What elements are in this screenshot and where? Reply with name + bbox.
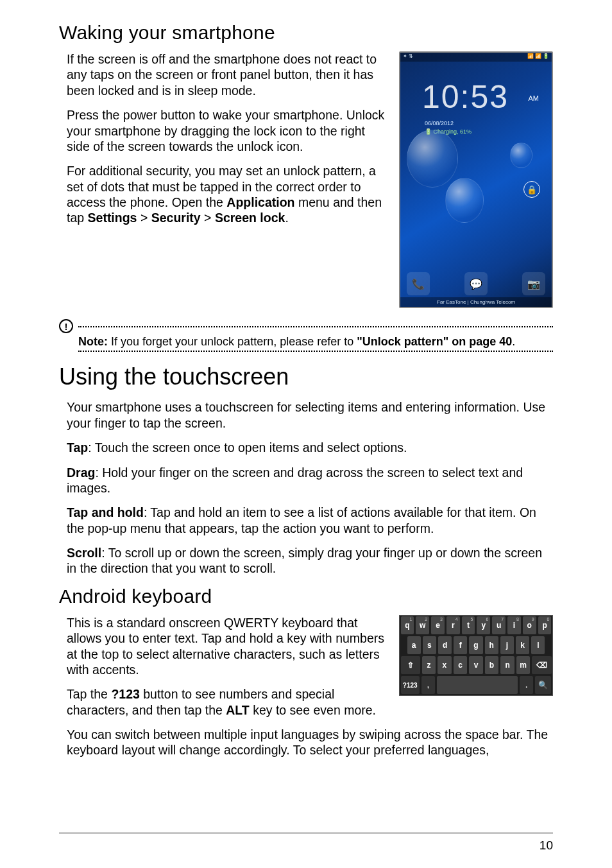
para-scroll: Scroll: To scroll up or down the screen,… <box>59 545 553 577</box>
para-kbd-2: Tap the ?123 button to see numbers and s… <box>59 686 387 718</box>
p3-settings: Settings <box>88 211 137 225</box>
key-o: o <box>523 616 536 634</box>
key-w: w <box>416 616 429 634</box>
key-t: t <box>462 616 475 634</box>
lock-icon: 🔒 <box>523 181 540 198</box>
scroll-label: Scroll <box>67 546 101 560</box>
footer-rule <box>59 833 553 833</box>
note-link[interactable]: "Unlock pattern" on page 40 <box>357 335 512 348</box>
heading-touchscreen: Using the touchscreen <box>59 363 553 390</box>
key-s: s <box>423 636 436 654</box>
phone-date: 06/08/2012 <box>425 120 454 126</box>
key-e: e <box>431 616 445 634</box>
keyboard-screenshot: qwertyuiop asdfghjkl ⇧zxcvbnm⌫ ?123,.🔍 <box>399 615 553 696</box>
para-taphold: Tap and hold: Tap and hold an item to se… <box>59 505 553 536</box>
p3-gt2: > <box>201 211 215 225</box>
tap-label: Tap <box>67 440 88 455</box>
para-waking-3: For additional security, you may set an … <box>59 163 387 226</box>
p3-gt1: > <box>137 211 151 225</box>
lockscreen-screenshot: ✦ ⇅ 📶 📶 🔋 10:53 AM 06/08/2012 🔋 Charging… <box>399 51 553 308</box>
note-mid: If you forget your unlock pattern, pleas… <box>108 335 357 348</box>
key-r: r <box>446 616 460 634</box>
tap-text: : Touch the screen once to open items an… <box>88 440 407 455</box>
key-n: n <box>500 656 514 674</box>
note-label: Note: <box>78 335 108 348</box>
key-shift-icon: ⇧ <box>401 656 420 674</box>
key-period: . <box>520 676 533 694</box>
para-kbd-3: You can switch between multiple input la… <box>59 727 553 758</box>
key-b: b <box>485 656 499 674</box>
key-h: h <box>485 636 498 654</box>
para-drag: Drag: Hold your finger on the screen and… <box>59 465 553 496</box>
keyboard-row-2: asdfghjkl <box>400 636 552 655</box>
kbd2-end: key to see even more. <box>250 703 376 717</box>
key-p: p <box>538 616 552 634</box>
key-spacebar <box>437 676 518 694</box>
key-backspace-icon: ⌫ <box>532 656 551 674</box>
p3-screenlock: Screen lock <box>215 211 285 225</box>
para-waking-2: Press the power button to wake your smar… <box>59 107 387 154</box>
key-comma: , <box>421 676 435 694</box>
key-q: q <box>401 616 414 634</box>
note-alert-icon: ! <box>59 319 73 333</box>
key-g: g <box>469 636 482 654</box>
page-number: 10 <box>540 838 553 853</box>
key-u: u <box>492 616 506 634</box>
key-search-icon: 🔍 <box>535 676 551 694</box>
p3-application: Application <box>226 195 294 209</box>
heading-android-keyboard: Android keyboard <box>59 586 553 607</box>
phone-clock: 10:53 <box>422 78 509 116</box>
key-c: c <box>454 656 468 674</box>
note-end: . <box>512 335 515 348</box>
key-m: m <box>516 656 531 674</box>
para-touch-intro: Your smartphone uses a touchscreen for s… <box>59 399 553 431</box>
keyboard-row-4: ?123,.🔍 <box>400 675 552 695</box>
status-left-icons: ✦ ⇅ <box>403 53 413 61</box>
key-y: y <box>477 616 490 634</box>
kbd2-pre: Tap the <box>67 687 111 701</box>
p3-security: Security <box>151 211 201 225</box>
dock-messaging-icon: 💬 <box>464 272 488 295</box>
dock-camera-icon: 📷 <box>522 272 545 295</box>
kbd2-alt: ALT <box>226 703 249 717</box>
phone-carrier: Far EasTone | Chunghwa Telecom <box>400 297 552 307</box>
key-l: l <box>531 636 545 654</box>
phone-ampm: AM <box>529 94 540 102</box>
key-mode-123: ?123 <box>401 676 420 694</box>
key-x: x <box>438 656 452 674</box>
status-right-icons: 📶 📶 🔋 <box>527 53 549 61</box>
scroll-text: : To scroll up or down the screen, simpl… <box>67 546 542 575</box>
key-k: k <box>516 636 529 654</box>
kbd2-123: ?123 <box>111 687 139 701</box>
note-block: ! Note: If you forget your unlock patter… <box>59 320 553 352</box>
heading-waking: Waking your smartphone <box>59 22 553 44</box>
keyboard-row-1: qwertyuiop <box>400 616 552 636</box>
taphold-label: Tap and hold <box>67 505 144 519</box>
key-a: a <box>407 636 421 654</box>
key-f: f <box>454 636 467 654</box>
key-v: v <box>469 656 483 674</box>
drag-text: : Hold your finger on the screen and dra… <box>67 465 523 495</box>
key-j: j <box>500 636 514 654</box>
para-waking-1: If the screen is off and the smartphone … <box>59 51 387 98</box>
phone-statusbar: ✦ ⇅ 📶 📶 🔋 <box>400 53 552 62</box>
p3-end: . <box>285 211 288 225</box>
para-tap: Tap: Touch the screen once to open items… <box>59 440 553 455</box>
key-z: z <box>422 656 436 674</box>
phone-dock: 📞 💬 📷 <box>400 261 552 295</box>
keyboard-row-3: ⇧zxcvbnm⌫ <box>400 655 552 675</box>
dock-dialer-icon: 📞 <box>407 272 430 295</box>
drag-label: Drag <box>67 465 95 480</box>
key-i: i <box>507 616 521 634</box>
para-kbd-1: This is a standard onscreen QWERTY keybo… <box>59 615 387 678</box>
key-d: d <box>438 636 452 654</box>
